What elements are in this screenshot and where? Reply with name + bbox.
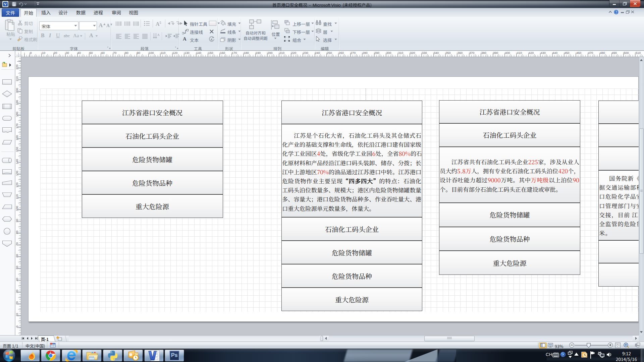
svg-text:0: 0: [15, 326, 19, 327]
svg-text:30: 30: [15, 290, 19, 293]
svg-text:100: 100: [15, 206, 19, 211]
svg-text:90: 90: [15, 219, 19, 222]
svg-text:80: 80: [15, 231, 19, 234]
svg-text:210: 210: [15, 76, 19, 81]
svg-text:20: 20: [15, 301, 19, 305]
svg-text:A: A: [157, 33, 160, 37]
svg-text:40: 40: [15, 278, 19, 281]
svg-text:?: ?: [562, 353, 564, 357]
svg-text:?: ?: [615, 11, 617, 14]
svg-text:50: 50: [15, 266, 19, 269]
svg-text:A: A: [210, 38, 213, 41]
svg-text:110: 110: [15, 194, 19, 199]
svg-text:220: 220: [15, 64, 19, 69]
svg-text:200: 200: [15, 88, 19, 93]
svg-text:190: 190: [15, 100, 19, 105]
svg-text:170: 170: [15, 123, 19, 128]
svg-text:70: 70: [15, 242, 19, 246]
svg-text:180: 180: [15, 112, 19, 117]
svg-text:160: 160: [15, 135, 19, 140]
svg-text:130: 130: [15, 171, 19, 176]
svg-text:150: 150: [15, 147, 19, 152]
svg-text:120: 120: [15, 182, 19, 187]
svg-text:10: 10: [15, 313, 19, 316]
svg-text:140: 140: [15, 159, 19, 164]
svg-text:60: 60: [15, 254, 19, 257]
